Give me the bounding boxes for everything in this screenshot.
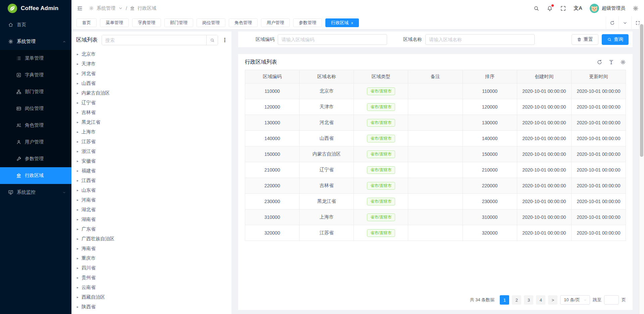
tree-node[interactable]: ▸ 海南省 [77,244,231,253]
table-row[interactable]: 150000 内蒙古自治区 省市/直辖市 150000 2020-10-01 0… [245,146,626,162]
fullscreen-icon[interactable] [560,5,566,11]
caret-right-icon[interactable]: ▸ [77,101,78,105]
caret-right-icon[interactable]: ▸ [77,62,78,66]
caret-right-icon[interactable]: ▸ [77,120,78,124]
page-button-1[interactable]: 1 [500,295,509,305]
tab-menu[interactable]: 菜单管理 [100,18,129,27]
page-button-2[interactable]: 2 [512,295,521,305]
refresh-icon[interactable] [597,59,602,65]
tab-user[interactable]: 用户管理 [261,18,290,27]
table-row[interactable]: 140000 山西省 省市/直辖市 140000 2020-10-01 00:0… [245,131,626,146]
page-button-3[interactable]: 3 [524,295,533,305]
tab-post[interactable]: 岗位管理 [197,18,225,27]
sidebar-item-dept-management[interactable]: 部门管理 [0,83,71,100]
caret-right-icon[interactable]: ▸ [77,140,78,143]
table-row[interactable]: 130000 河北省 省市/直辖市 130000 2020-10-01 00:0… [245,115,626,131]
caret-right-icon[interactable]: ▸ [77,91,78,95]
caret-right-icon[interactable]: ▸ [77,295,78,299]
row-height-icon[interactable] [608,59,614,65]
tree-node[interactable]: ▸ 重庆市 [77,253,231,263]
tab-menu-chevron-icon[interactable] [619,16,631,29]
caret-right-icon[interactable]: ▸ [77,81,78,85]
sidebar-item-admin-region[interactable]: 行政区域 [0,167,71,184]
table-row[interactable]: 320000 江苏省 省市/直辖市 320000 2020-10-01 00:0… [245,225,626,241]
tab-dict[interactable]: 字典管理 [132,18,161,27]
notification-bell-icon[interactable] [547,5,553,11]
caret-right-icon[interactable]: ▸ [77,286,78,289]
page-size-select[interactable]: 10 条/页 [560,295,590,305]
scrollbar-thumb[interactable] [640,24,643,157]
translate-icon[interactable]: 文A [574,5,582,11]
tree-node[interactable]: ▸ 河北省 [77,69,231,78]
tree-node[interactable]: ▸ 陕西省 [77,302,231,312]
tree-node[interactable]: ▸ 江苏省 [77,137,231,146]
tree-node[interactable]: ▸ 天津市 [77,59,231,69]
tree-node[interactable]: ▸ 福建省 [77,166,231,176]
sidebar-item-dict-management[interactable]: 字典管理 [0,67,71,83]
search-icon[interactable] [206,35,218,45]
tree-node[interactable]: ▸ 北京市 [77,49,231,59]
table-row[interactable]: 230000 黑龙江省 省市/直辖市 230000 2020-10-01 00:… [245,194,626,209]
region-code-input[interactable] [278,34,387,45]
tree-node[interactable]: ▸ 湖北省 [77,205,231,214]
user-menu[interactable]: 超级管理员 [590,4,625,13]
caret-right-icon[interactable]: ▸ [77,130,78,134]
tree-node[interactable]: ▸ 广西壮族自治区 [77,234,231,244]
caret-right-icon[interactable]: ▸ [77,305,78,309]
table-row[interactable]: 220000 吉林省 省市/直辖市 220000 2020-10-01 00:0… [245,178,626,194]
caret-right-icon[interactable]: ▸ [77,266,78,270]
next-page-button[interactable]: > [548,295,557,305]
tree-search-input[interactable] [102,35,206,45]
reset-button[interactable]: 重置 [572,34,598,45]
caret-right-icon[interactable]: ▸ [77,227,78,231]
tree-node[interactable]: ▸ 山西省 [77,78,231,88]
tree-node[interactable]: ▸ 山东省 [77,185,231,195]
caret-right-icon[interactable]: ▸ [77,256,78,260]
breadcrumb-level1[interactable]: 系统管理 [97,5,115,11]
search-icon[interactable] [533,5,539,11]
tree-node[interactable]: ▸ 黑龙江省 [77,117,231,127]
refresh-icon[interactable] [606,16,619,29]
tree-node[interactable]: ▸ 内蒙古自治区 [77,88,231,98]
tree-node[interactable]: ▸ 江西省 [77,176,231,185]
table-row[interactable]: 110000 北京市 省市/直辖市 110000 2020-10-01 00:0… [245,83,626,99]
caret-right-icon[interactable]: ▸ [77,159,78,163]
tab-role[interactable]: 角色管理 [229,18,258,27]
page-button-4[interactable]: 4 [536,295,545,305]
tab-home[interactable]: 首页 [76,18,97,27]
table-row[interactable]: 310000 上海市 省市/直辖市 310000 2020-10-01 00:0… [245,209,626,225]
tree-node[interactable]: ▸ 安徽省 [77,156,231,166]
tree-node[interactable]: ▸ 甘肃省 [77,312,231,314]
tab-region[interactable]: 行政区域x [325,18,359,27]
caret-right-icon[interactable]: ▸ [77,247,78,250]
search-button[interactable]: 查询 [602,34,629,45]
sidebar-item-system-management[interactable]: 系统管理 [0,33,71,50]
kebab-menu-icon[interactable]: ⋮ [222,37,227,43]
tree-node[interactable]: ▸ 辽宁省 [77,98,231,108]
tab-param[interactable]: 参数管理 [293,18,322,27]
tree-node[interactable]: ▸ 吉林省 [77,108,231,117]
caret-right-icon[interactable]: ▸ [77,179,78,182]
settings-gear-icon[interactable] [633,5,639,11]
sidebar-item-home[interactable]: 首页 [0,16,71,33]
jump-page-input[interactable] [604,295,619,305]
tree-node[interactable]: ▸ 云南省 [77,282,231,292]
caret-right-icon[interactable]: ▸ [77,111,78,114]
caret-right-icon[interactable]: ▸ [77,72,78,75]
caret-right-icon[interactable]: ▸ [77,169,78,173]
caret-right-icon[interactable]: ▸ [77,208,78,211]
table-row[interactable]: 210000 辽宁省 省市/直辖市 210000 2020-10-01 00:0… [245,162,626,178]
tree-node[interactable]: ▸ 浙江省 [77,146,231,156]
close-icon[interactable]: x [351,21,353,25]
tree-node[interactable]: ▸ 上海市 [77,127,231,137]
caret-right-icon[interactable]: ▸ [77,198,78,202]
tree-node[interactable]: ▸ 广东省 [77,224,231,234]
column-settings-gear-icon[interactable] [620,59,626,65]
sidebar-item-system-monitor[interactable]: 系统监控 [0,184,71,201]
caret-right-icon[interactable]: ▸ [77,276,78,279]
tab-dept[interactable]: 部门管理 [164,18,193,27]
caret-right-icon[interactable]: ▸ [77,149,78,153]
tree-node[interactable]: ▸ 湖南省 [77,214,231,224]
caret-right-icon[interactable]: ▸ [77,237,78,241]
tree-node[interactable]: ▸ 西藏自治区 [77,292,231,302]
